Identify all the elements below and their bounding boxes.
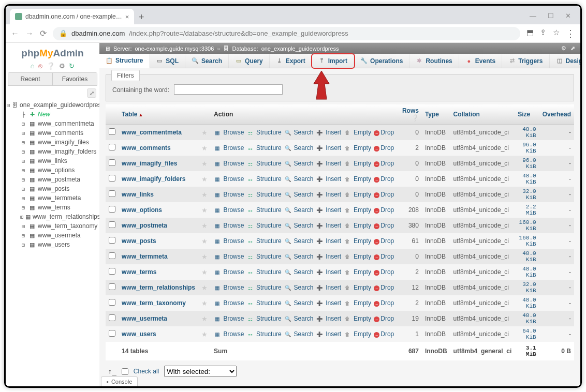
tree-table-item[interactable]: ⊞▦www_termmeta [20, 193, 99, 203]
browse-action[interactable]: ▦ Browse [214, 206, 244, 214]
tab-sql[interactable]: ▭SQL [150, 54, 185, 68]
structure-action[interactable]: ⚏ Structure [247, 284, 282, 291]
minimize-button[interactable]: — [530, 12, 536, 20]
insert-action[interactable]: ➕ Insert [316, 129, 341, 136]
structure-action[interactable]: ⚏ Structure [247, 299, 282, 307]
tree-expand-icon[interactable]: ⊞ [20, 233, 26, 238]
empty-action[interactable]: 🗑 Empty [344, 253, 371, 260]
col-collation[interactable]: Collation [450, 104, 515, 125]
insert-action[interactable]: ➕ Insert [316, 160, 341, 167]
drop-action[interactable]: –Drop [374, 129, 394, 136]
favorite-star-icon[interactable]: ★ [201, 299, 208, 307]
tree-expand-icon[interactable]: ⊞ [20, 121, 26, 127]
browse-action[interactable]: ▦ Browse [214, 284, 244, 291]
drop-action[interactable]: –Drop [374, 284, 394, 291]
tree-table-item[interactable]: ⊞▦www_term_taxonomy [20, 221, 99, 231]
tree-table-item[interactable]: ⊞▦www_posts [20, 184, 99, 193]
check-all-checkbox[interactable] [122, 368, 128, 375]
search-action[interactable]: 🔍 Search [284, 268, 313, 276]
search-action[interactable]: 🔍 Search [284, 191, 313, 198]
check-all-link[interactable]: Check all [134, 368, 159, 375]
filter-input[interactable] [174, 84, 283, 95]
empty-action[interactable]: 🗑 Empty [344, 284, 371, 291]
favorite-star-icon[interactable]: ★ [201, 237, 208, 245]
tree-expand-icon[interactable]: ⊞ [20, 223, 26, 229]
page-collapse-icon[interactable]: ⬈ [570, 45, 575, 52]
tab-triggers[interactable]: ⇄Triggers [502, 54, 549, 68]
url-input[interactable]: 🔒 dbadmin.one.com/index.php?route=/datab… [53, 27, 520, 40]
structure-action[interactable]: ⚏ Structure [247, 237, 282, 245]
browse-action[interactable]: ▦ Browse [214, 330, 244, 338]
row-checkbox[interactable] [109, 144, 115, 150]
insert-action[interactable]: ➕ Insert [316, 284, 341, 291]
table-name-link[interactable]: www_terms [122, 268, 156, 276]
sidebar-tab-recent[interactable]: Recent [8, 73, 52, 85]
insert-action[interactable]: ➕ Insert [316, 222, 341, 229]
docs-icon[interactable]: ❔ [47, 62, 55, 70]
col-table[interactable]: Table▲ [119, 104, 198, 125]
home-icon[interactable]: ⌂ [31, 62, 35, 70]
browse-action[interactable]: ▦ Browse [214, 268, 244, 276]
chrome-menu-button[interactable]: ⋮ [566, 28, 575, 39]
tree-expand-icon[interactable]: ⊞ [20, 168, 26, 173]
drop-action[interactable]: –Drop [374, 237, 394, 245]
col-size[interactable]: Size [515, 104, 539, 125]
drop-action[interactable]: –Drop [374, 206, 394, 214]
search-action[interactable]: 🔍 Search [284, 206, 313, 214]
table-name-link[interactable]: www_usermeta [122, 315, 167, 322]
tree-database[interactable]: ⊟ 🗄 one_example_guidewordpress [6, 100, 99, 110]
search-action[interactable]: 🔍 Search [284, 144, 313, 152]
tree-expand-icon[interactable]: ⊞ [20, 195, 26, 201]
row-checkbox[interactable] [109, 175, 115, 182]
structure-action[interactable]: ⚏ Structure [247, 160, 282, 167]
insert-action[interactable]: ➕ Insert [316, 144, 341, 152]
row-checkbox[interactable] [109, 268, 115, 275]
row-checkbox[interactable] [109, 330, 115, 337]
tree-expand-icon[interactable]: ⊞ [20, 140, 26, 145]
help-icon[interactable]: ❔ [411, 114, 419, 122]
insert-action[interactable]: ➕ Insert [316, 191, 341, 198]
favorite-star-icon[interactable]: ★ [201, 330, 208, 338]
drop-action[interactable]: –Drop [374, 160, 394, 167]
browse-action[interactable]: ▦ Browse [214, 253, 244, 260]
browse-action[interactable]: ▦ Browse [214, 175, 244, 183]
back-button[interactable]: ← [11, 29, 19, 38]
empty-action[interactable]: 🗑 Empty [344, 175, 371, 183]
table-name-link[interactable]: www_term_taxonomy [122, 299, 186, 307]
search-action[interactable]: 🔍 Search [284, 160, 313, 167]
sidebar-tab-favorites[interactable]: Favorites [52, 73, 97, 85]
bookmark-icon[interactable]: ☆ [553, 28, 560, 39]
maximize-button[interactable]: ☐ [548, 12, 554, 20]
table-name-link[interactable]: www_links [122, 191, 154, 198]
col-overhead[interactable]: Overhead [539, 104, 574, 125]
drop-action[interactable]: –Drop [374, 191, 394, 198]
structure-action[interactable]: ⚏ Structure [247, 175, 282, 183]
row-checkbox[interactable] [109, 190, 115, 197]
structure-action[interactable]: ⚏ Structure [247, 129, 282, 136]
crumb-server-link[interactable]: one-example.guide.mysql:3306 [135, 46, 214, 52]
reload-nav-icon[interactable]: ↻ [69, 62, 75, 70]
table-name-link[interactable]: www_term_relationships [122, 284, 195, 291]
search-action[interactable]: 🔍 Search [284, 237, 313, 245]
table-name-link[interactable]: www_comments [122, 144, 171, 152]
empty-action[interactable]: 🗑 Empty [344, 129, 371, 136]
browse-action[interactable]: ▦ Browse [214, 191, 244, 198]
search-action[interactable]: 🔍 Search [284, 253, 313, 260]
table-name-link[interactable]: www_imagify_files [122, 160, 177, 167]
tree-expand-icon[interactable]: ⊞ [20, 214, 23, 220]
drop-action[interactable]: –Drop [374, 144, 394, 152]
drop-action[interactable]: –Drop [374, 299, 394, 307]
sidebar-expand-icon[interactable]: ⤢ [87, 88, 96, 98]
structure-action[interactable]: ⚏ Structure [247, 222, 282, 229]
new-tab-button[interactable]: + [134, 10, 149, 24]
structure-action[interactable]: ⚏ Structure [247, 206, 282, 214]
tree-table-item[interactable]: ⊞▦www_imagify_files [20, 138, 99, 147]
browse-action[interactable]: ▦ Browse [214, 299, 244, 307]
favorite-star-icon[interactable]: ★ [201, 268, 208, 276]
tree-table-item[interactable]: ⊞▦www_imagify_folders [20, 147, 99, 156]
tree-table-item[interactable]: ⊞▦www_commentmeta [20, 119, 99, 128]
tree-expand-icon[interactable]: ⊞ [20, 242, 26, 248]
tree-table-item[interactable]: ⊞▦www_links [20, 156, 99, 165]
structure-action[interactable]: ⚏ Structure [247, 253, 282, 260]
tree-table-item[interactable]: ⊞▦www_terms [20, 203, 99, 212]
